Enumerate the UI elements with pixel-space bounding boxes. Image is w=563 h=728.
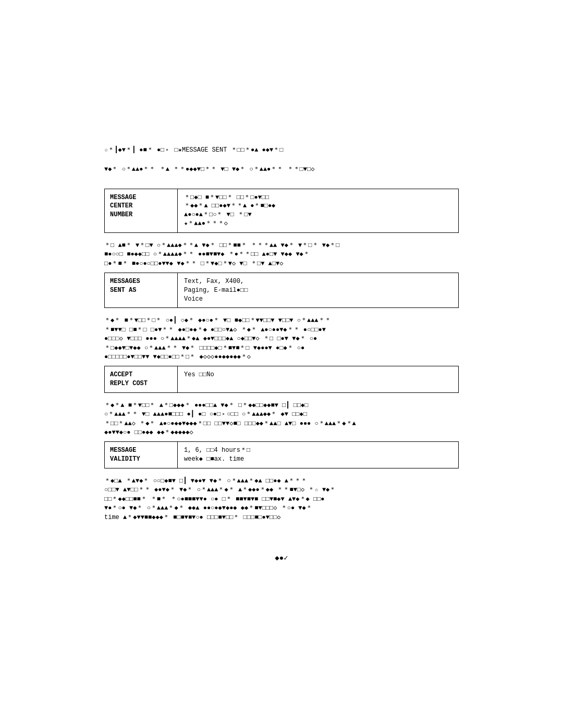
page-container: ☆＊┃◆▼＊┃ ●■＊ ●□﹡ □★MESSAGE SENT ＊□□＊●▲ ●◆… — [0, 0, 563, 728]
body-text-4: ＊◆□▲ ＊▲▼◆＊ ○○□◆■▼ □┃ ▼◆●▼ ▼◆＊ ○＊▲▲▲＊◆▲ □… — [104, 477, 459, 522]
messages-sent-as-value: Text, Fax, X400, Paging, E-mail●□□ Voice — [178, 273, 458, 307]
messages-sent-as-row: MESSAGES SENT AS Text, Fax, X400, Paging… — [104, 273, 459, 308]
header-line-2: ▼◆＊ ○＊▲▲●＊＊ ＊▲ ＊＊●◆◆▼□＊＊ ▼□ ▼◆＊ ○＊▲▲●＊＊ … — [104, 165, 459, 174]
accept-reply-cost-value: Yes □□No — [178, 366, 458, 392]
footer-symbol: ◆●✓ — [104, 553, 459, 562]
header-line-1: ☆＊┃◆▼＊┃ ●■＊ ●□﹡ □★MESSAGE SENT ＊□□＊●▲ ●◆… — [104, 146, 459, 155]
body-text-2: ＊◆＊ ■＊▼□□＊□＊ ○●┃ ○◆＊ ◆●○●＊ ▼□ ■◆□□＊▼▼□□▼… — [104, 316, 459, 362]
accept-reply-cost-label: ACCEPT REPLY COST — [105, 366, 178, 392]
header-section: ☆＊┃◆▼＊┃ ●■＊ ●□﹡ □★MESSAGE SENT ＊□□＊●▲ ●◆… — [104, 146, 459, 174]
message-validity-row: MESSAGE VALIDITY 1, 6, □□4 hours＊□ week◆… — [104, 441, 459, 468]
message-center-number-label: MESSAGE CENTER NUMBER — [105, 189, 178, 232]
body-text-3: ＊◆＊▲ ■＊▼□□＊ ▲＊□◆◆◆＊ ●●●□□▲ ▼◆＊ □＊◆◆□□◆◆■… — [104, 401, 459, 438]
accept-reply-cost-row: ACCEPT REPLY COST Yes □□No — [104, 366, 459, 393]
message-center-number-value: ＊□◆□ ■＊▼□□＊ □□＊□●▼□□ ＊◆◆＊▲ □□●◆▼＊＊▲ ●＊■□… — [178, 189, 458, 232]
body-text-1: ＊□ ▲■＊ ▼＊□▼ ○＊▲▲▲◆＊＊▲ ▼◆＊ □□＊■■＊ ＊＊＊▲▲ ▼… — [104, 241, 459, 268]
message-center-number-row: MESSAGE CENTER NUMBER ＊□◆□ ■＊▼□□＊ □□＊□●▼… — [104, 189, 459, 233]
message-validity-label: MESSAGE VALIDITY — [105, 442, 178, 468]
messages-sent-as-label: MESSAGES SENT AS — [105, 273, 178, 307]
message-validity-value: 1, 6, □□4 hours＊□ week◆ □■ax. time — [178, 442, 458, 468]
